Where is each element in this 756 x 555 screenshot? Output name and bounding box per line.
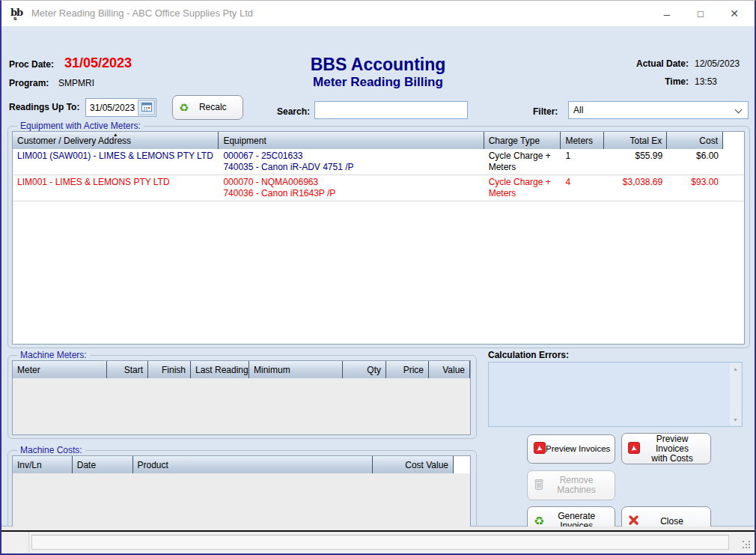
search-label: Search:	[277, 106, 310, 117]
actual-date-label: Actual Date:	[627, 58, 695, 69]
preview-invoices-button[interactable]: Preview Invoices	[527, 434, 615, 464]
svg-text:s: s	[13, 14, 17, 21]
column-header-qty[interactable]: Qty	[343, 361, 386, 378]
remove-machines-label: Remove Machines	[544, 476, 609, 495]
machine-costs-groupbox: Machine Costs: Inv/Ln Date Product Cost …	[7, 450, 477, 536]
machine-costs-header: Inv/Ln Date Product Cost Value	[13, 456, 470, 474]
column-header-charge-type[interactable]: Charge Type	[484, 132, 561, 149]
column-header-date[interactable]: Date	[73, 456, 133, 473]
preview-invoices-with-costs-label: Preview Invoices with Costs	[640, 434, 704, 464]
machine-costs-legend: Machine Costs:	[17, 445, 85, 455]
blank-cell	[723, 149, 744, 175]
filter-select[interactable]: All	[568, 101, 749, 119]
time-label: Time:	[627, 76, 695, 87]
readings-date-field	[85, 98, 156, 117]
column-header-price[interactable]: Price	[386, 361, 429, 378]
svg-text:bb: bb	[10, 7, 23, 18]
statusbar	[1, 530, 755, 553]
pdf-icon	[534, 442, 546, 456]
actual-date-value: 12/05/2023	[695, 58, 744, 69]
recalc-button[interactable]: ♻ Recalc	[172, 95, 243, 120]
equipment-groupbox: Equipment with Active Meters: ▲ Customer…	[7, 126, 750, 348]
equipment-table-header: ▲ Customer / Delivery Address Equipment …	[13, 132, 744, 150]
date-time-panel: Actual Date: 12/05/2023 Time: 13:53	[627, 58, 744, 87]
machine-costs-rows	[13, 473, 470, 532]
total-ex-cell: $55.99	[604, 149, 667, 175]
table-row[interactable]: LIM001 - LIMES & LEMONS PTY LTD000070 - …	[13, 175, 744, 201]
time-value: 13:53	[695, 76, 744, 87]
column-header-start[interactable]: Start	[107, 361, 148, 378]
equipment-cell: 000070 - NQMA006963740036 - Canon iR1643…	[219, 175, 484, 201]
calculation-errors-listbox[interactable]: ▲ ▼	[488, 362, 743, 427]
machine-meters-legend: Machine Meters:	[17, 350, 90, 360]
minimize-button[interactable]: –	[654, 1, 680, 26]
recycle-icon: ♻	[534, 515, 544, 527]
charge-type-cell: Cycle Charge + Meters	[484, 149, 561, 175]
sort-ascending-icon: ▲	[113, 132, 118, 137]
machine-meters-rows	[13, 378, 470, 434]
machine-meters-header: Meter Start Finish Last Reading Minimum …	[13, 361, 470, 379]
total-ex-cell: $3,038.69	[604, 175, 667, 201]
meters-cell: 4	[561, 175, 604, 201]
column-header-value[interactable]: Value	[429, 361, 470, 378]
scrollbar[interactable]: ▲ ▼	[730, 363, 741, 425]
column-header-equipment[interactable]: Equipment	[219, 132, 484, 149]
column-header-finish[interactable]: Finish	[148, 361, 191, 378]
blank-cell	[723, 175, 744, 201]
filter-label: Filter:	[533, 106, 558, 117]
customer-cell: LIM001 (SAW001) - LIMES & LEMONS PTY LTD	[13, 149, 219, 175]
cost-cell: $6.00	[667, 149, 723, 175]
column-header-customer[interactable]: ▲ Customer / Delivery Address	[13, 132, 219, 149]
calendar-picker-button[interactable]	[138, 100, 155, 115]
app-logo-icon: bb s	[10, 6, 25, 21]
titlebar: bb s Meter Reading Billing - ABC Office …	[1, 1, 755, 26]
column-header-blank	[454, 456, 470, 473]
search-input[interactable]	[314, 101, 468, 119]
recycle-icon: ♻	[179, 102, 189, 114]
table-row[interactable]: LIM001 (SAW001) - LIMES & LEMONS PTY LTD…	[13, 149, 744, 175]
column-header-inv-ln[interactable]: Inv/Ln	[13, 456, 73, 473]
column-header-total-ex[interactable]: Total Ex	[604, 132, 667, 149]
machine-meters-table: Meter Start Finish Last Reading Minimum …	[12, 360, 471, 435]
equipment-table: ▲ Customer / Delivery Address Equipment …	[12, 131, 745, 345]
preview-invoices-with-costs-button[interactable]: Preview Invoices with Costs	[621, 433, 711, 464]
readings-date-input[interactable]	[90, 103, 138, 113]
equipment-cell: 000067 - 25C01633740035 - Canon iR-ADV 4…	[219, 149, 484, 175]
customer-cell: LIM001 - LIMES & LEMONS PTY LTD	[13, 175, 219, 201]
machine-meters-groupbox: Machine Meters: Meter Start Finish Last …	[7, 355, 477, 439]
main-panel: Proc Date: 31/05/2023 Program: SMPMRI BB…	[1, 26, 755, 527]
meters-cell: 1	[561, 149, 604, 175]
column-header-product[interactable]: Product	[133, 456, 374, 473]
pdf-icon	[628, 442, 640, 456]
recalc-button-label: Recalc	[189, 103, 237, 112]
calculation-errors-label: Calculation Errors:	[488, 350, 569, 360]
calendar-icon	[141, 102, 152, 114]
remove-machines-button[interactable]: Remove Machines	[527, 470, 615, 500]
column-header-cost-value[interactable]: Cost Value	[373, 456, 454, 473]
column-header-blank	[723, 132, 744, 149]
machine-costs-table: Inv/Ln Date Product Cost Value	[12, 455, 471, 533]
close-button-label: Close	[639, 517, 704, 527]
status-segment	[1, 532, 29, 553]
equipment-rows: LIM001 (SAW001) - LIMES & LEMONS PTY LTD…	[13, 149, 744, 344]
readings-up-to-label: Readings Up To:	[9, 102, 79, 112]
column-header-meter[interactable]: Meter	[13, 361, 107, 378]
column-header-cost[interactable]: Cost	[667, 132, 723, 149]
filter-selected-value: All	[573, 105, 583, 115]
equipment-legend: Equipment with Active Meters:	[17, 121, 144, 131]
scroll-down-icon[interactable]: ▼	[733, 414, 738, 425]
column-header-minimum[interactable]: Minimum	[249, 361, 343, 378]
maximize-button[interactable]: □	[688, 1, 713, 26]
scroll-up-icon[interactable]: ▲	[733, 363, 738, 374]
app-window: bb s Meter Reading Billing - ABC Office …	[0, 0, 756, 555]
trash-icon	[534, 479, 544, 493]
column-header-last-reading[interactable]: Last Reading	[191, 361, 249, 378]
close-window-button[interactable]: ✕	[722, 1, 747, 26]
column-header-meters[interactable]: Meters	[561, 132, 604, 149]
preview-invoices-label: Preview Invoices	[546, 444, 610, 454]
window-title: Meter Reading Billing - ABC Office Suppl…	[31, 7, 253, 19]
cost-cell: $93.00	[667, 175, 723, 201]
status-field	[31, 535, 729, 550]
charge-type-cell: Cycle Charge + Meters	[484, 175, 561, 201]
resize-grip[interactable]	[743, 541, 751, 549]
